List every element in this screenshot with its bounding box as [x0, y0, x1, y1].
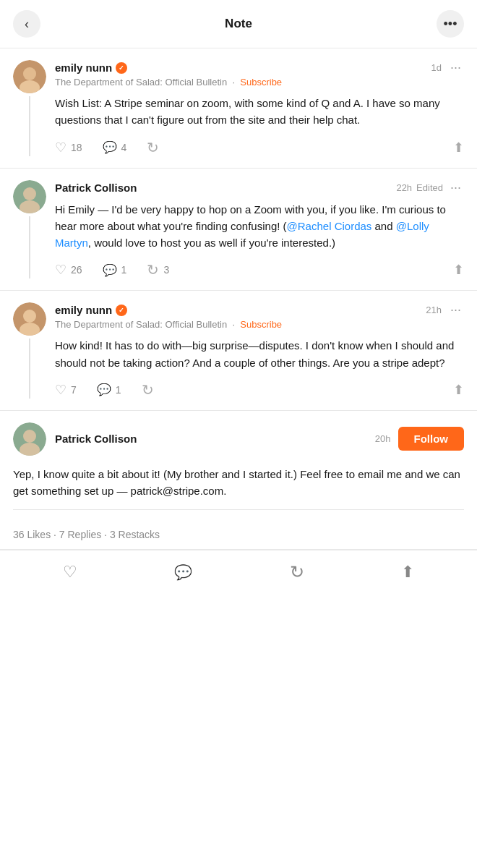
subscribe-link-1[interactable]: Subscribe [240, 77, 282, 88]
check-icon-3: ✓ [119, 307, 124, 314]
share-icon-2: ⬆ [453, 262, 464, 278]
post-actions-1: ♡ 18 💬 4 ↻ ⬆ [55, 139, 464, 156]
restack-action-2[interactable]: ↻ 3 [147, 261, 169, 278]
like-icon-1: ♡ [55, 140, 66, 156]
comment-action-2[interactable]: 💬 1 [103, 263, 127, 277]
more-icon: ••• [444, 17, 457, 32]
restack-count-2: 3 [163, 264, 169, 276]
toolbar-like-icon[interactable]: ♡ [63, 563, 77, 582]
thread-line-1 [29, 96, 30, 156]
back-icon: ‹ [25, 17, 29, 32]
svg-point-8 [23, 310, 36, 323]
svg-point-5 [23, 187, 36, 200]
share-action-3[interactable]: ⬆ [453, 382, 464, 398]
mention-lolly: @Lolly Martyn [55, 220, 429, 249]
author-row-1: emily nunn ✓ [55, 61, 426, 74]
comment-icon-3: 💬 [97, 383, 111, 396]
post-time-3: 21h [426, 305, 442, 315]
post-stats: 36 Likes · 7 Replies · 3 Restacks [0, 520, 477, 550]
share-action-1[interactable]: ⬆ [453, 140, 464, 156]
toolbar-comment-icon[interactable]: 💬 [174, 563, 192, 581]
post-2: Patrick Collison 22h Edited ··· Hi Emily… [0, 169, 477, 292]
more-button[interactable]: ••• [437, 10, 464, 38]
post-1: emily nunn ✓ 1d ··· The Department of Sa… [0, 48, 477, 169]
post-time-4: 20h [375, 433, 391, 444]
author-name-2: Patrick Collison [55, 182, 137, 194]
post-body-3: How kind! It has to do with—big surprise… [55, 337, 464, 371]
like-icon-2: ♡ [55, 262, 66, 278]
comment-count-3: 1 [116, 384, 121, 396]
restack-icon-3: ↻ [142, 381, 154, 399]
like-action-1[interactable]: ♡ 18 [55, 140, 82, 156]
avatar-emily-2 [13, 302, 46, 336]
check-icon-1: ✓ [119, 64, 124, 72]
thread-line-2 [29, 216, 30, 279]
post-more-3[interactable]: ··· [447, 302, 464, 318]
toolbar-restack-icon[interactable]: ↻ [290, 562, 304, 582]
like-count-2: 26 [71, 264, 82, 276]
follow-button[interactable]: Follow [398, 427, 465, 451]
verified-badge-1: ✓ [116, 62, 127, 74]
comment-action-1[interactable]: 💬 4 [103, 140, 127, 154]
post-time-2: 22h [396, 182, 412, 193]
like-count-3: 7 [71, 384, 77, 396]
restacks-stat: 3 Restacks [110, 529, 160, 540]
post-more-1[interactable]: ··· [447, 60, 464, 75]
subscribe-link-3[interactable]: Subscribe [240, 319, 282, 330]
post-body-4: Yep, I know quite a bit about it! (My br… [13, 466, 464, 511]
author-name-3: emily nunn [55, 304, 112, 316]
like-icon-3: ♡ [55, 382, 66, 398]
header: ‹ Note ••• [0, 0, 477, 48]
publication-name-3: The Department of Salad: Official Bullet… [55, 319, 227, 330]
avatar-patrick-1 [13, 180, 46, 213]
comment-count-1: 4 [121, 142, 127, 153]
publication-3: The Department of Salad: Official Bullet… [55, 319, 464, 330]
post-time-1: 1d [431, 62, 442, 73]
publication-1: The Department of Salad: Official Bullet… [55, 77, 464, 88]
author-row-3: emily nunn ✓ [55, 304, 420, 316]
likes-stat: 36 Likes [13, 529, 51, 540]
mention-rachel: @Rachel Ciordas [287, 220, 372, 232]
svg-point-11 [23, 430, 36, 443]
author-row-2: Patrick Collison [55, 182, 390, 194]
comment-icon-2: 💬 [103, 263, 117, 277]
stat-sep-2: · [104, 529, 110, 540]
restack-icon-2: ↻ [147, 261, 159, 278]
post-edited-2: Edited [416, 182, 443, 193]
bottom-toolbar: ♡ 💬 ↻ ⬆ [0, 550, 477, 594]
post-more-2[interactable]: ··· [447, 180, 464, 195]
post-3: emily nunn ✓ 21h ··· The Department of S… [0, 291, 477, 411]
thread-line-3 [29, 339, 30, 399]
share-action-2[interactable]: ⬆ [453, 262, 464, 278]
replies-stat: 7 Replies [59, 529, 101, 540]
like-action-2[interactable]: ♡ 26 [55, 262, 82, 278]
restack-icon-1: ↻ [147, 139, 159, 156]
post-body-1: Wish List: A Stripe seminar on zoom, wit… [55, 95, 464, 129]
svg-point-3 [23, 67, 36, 80]
restack-action-1[interactable]: ↻ [147, 139, 159, 156]
post-actions-2: ♡ 26 💬 1 ↻ 3 ⬆ [55, 261, 464, 278]
verified-badge-3: ✓ [116, 305, 127, 316]
post-actions-3: ♡ 7 💬 1 ↻ ⬆ [55, 381, 464, 399]
toolbar-share-icon[interactable]: ⬆ [401, 563, 414, 582]
post-body-2: Hi Emily — I'd be very happy to hop on a… [55, 201, 464, 252]
restack-action-3[interactable]: ↻ [142, 381, 154, 399]
like-count-1: 18 [71, 142, 82, 153]
page-title: Note [225, 17, 252, 31]
publication-name-1: The Department of Salad: Official Bullet… [55, 77, 227, 88]
comment-action-3[interactable]: 💬 1 [97, 383, 121, 396]
stat-sep-1: · [53, 529, 59, 540]
author-name-1: emily nunn [55, 61, 112, 74]
author-name-4: Patrick Collison [55, 433, 137, 445]
comment-count-2: 1 [121, 264, 127, 276]
post-4: Patrick Collison 20h Follow Yep, I know … [0, 411, 477, 511]
avatar-patrick-2 [13, 422, 46, 456]
comment-icon-1: 💬 [103, 140, 117, 154]
avatar-emily-1 [13, 60, 46, 93]
share-icon-1: ⬆ [453, 140, 464, 156]
back-button[interactable]: ‹ [13, 10, 40, 38]
share-icon-3: ⬆ [453, 382, 464, 398]
like-action-3[interactable]: ♡ 7 [55, 382, 77, 398]
